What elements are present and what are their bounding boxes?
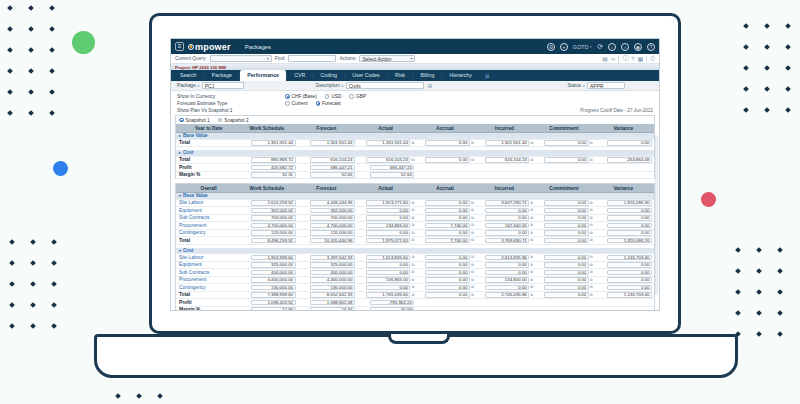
drilldown-icon[interactable]: ⧉ xyxy=(530,278,533,282)
currency-option-gbp[interactable]: GBP xyxy=(349,94,366,99)
drilldown-icon[interactable]: ⧉ xyxy=(590,208,593,212)
help-icon[interactable]: ? xyxy=(647,43,655,51)
more-tabs-icon[interactable]: ⇊ xyxy=(485,72,490,81)
tab-coding[interactable]: Coding xyxy=(314,70,344,81)
tab-user-codes[interactable]: User Codes xyxy=(345,70,386,81)
lookup-icon[interactable]: ⊞ xyxy=(428,83,432,89)
drilldown-icon[interactable]: ⧉ xyxy=(471,255,474,259)
find-input[interactable] xyxy=(288,55,336,62)
drilldown-icon[interactable]: ⧉ xyxy=(590,255,593,259)
column-header: Incurred xyxy=(476,184,535,192)
drilldown-icon[interactable]: ⧉ xyxy=(471,158,474,162)
info-icon[interactable]: ⓘ xyxy=(622,54,628,63)
deco-diamond xyxy=(30,323,36,329)
current-query-select[interactable]: ▾ xyxy=(210,55,272,62)
table-row-total: Total880,968.72616,104.24616,104.24⧉0.00… xyxy=(176,157,654,165)
drilldown-icon[interactable]: ⧉ xyxy=(530,231,533,235)
package-input[interactable]: PCJ xyxy=(202,82,244,89)
drilldown-icon[interactable]: ⧉ xyxy=(590,278,593,282)
tab-performance[interactable]: Performance xyxy=(240,70,286,81)
drilldown-icon[interactable]: ⧉ xyxy=(471,263,474,267)
help-icon[interactable]: ? xyxy=(631,56,634,62)
drilldown-icon[interactable]: ⧉ xyxy=(471,208,474,212)
tab-package[interactable]: Package xyxy=(205,70,239,81)
drilldown-icon[interactable]: ⧉ xyxy=(411,278,414,282)
drilldown-icon[interactable]: ⧉ xyxy=(411,263,414,267)
add-icon[interactable]: + xyxy=(560,43,568,51)
drilldown-icon[interactable]: ⧉ xyxy=(590,201,593,205)
drilldown-icon[interactable]: ⧉ xyxy=(530,201,533,205)
tab-risk[interactable]: Risk xyxy=(388,70,412,81)
drilldown-icon[interactable]: ⧉ xyxy=(411,285,414,289)
drilldown-icon[interactable]: ⧉ xyxy=(590,141,593,145)
drilldown-icon[interactable]: ⧉ xyxy=(530,223,533,227)
estimate-option-current[interactable]: Current xyxy=(285,101,308,106)
drilldown-icon[interactable]: ⧉ xyxy=(471,223,474,227)
drilldown-icon[interactable]: ⧉ xyxy=(590,216,593,220)
drilldown-icon[interactable]: ⧉ xyxy=(471,231,474,235)
currency-option-usd[interactable]: USD xyxy=(325,94,342,99)
drilldown-icon[interactable]: ⧉ xyxy=(590,223,593,227)
drilldown-icon[interactable]: ⧉ xyxy=(530,208,533,212)
record-icon[interactable]: ◉ xyxy=(634,43,642,51)
drilldown-icon[interactable]: ⧉ xyxy=(471,141,474,145)
drilldown-icon[interactable]: ⧉ xyxy=(530,263,533,267)
drilldown-icon[interactable]: ⧉ xyxy=(590,270,593,274)
drilldown-icon[interactable]: ⧉ xyxy=(530,141,533,145)
back-icon[interactable]: ‹ xyxy=(608,43,616,51)
description-input[interactable]: Civils xyxy=(346,82,424,89)
drilldown-icon[interactable]: ⧉ xyxy=(530,158,533,162)
tab-billing[interactable]: Billing xyxy=(413,70,441,81)
drilldown-icon[interactable]: ⧉ xyxy=(471,238,474,242)
drilldown-icon[interactable]: ⧉ xyxy=(411,223,414,227)
drilldown-icon[interactable]: ⧉ xyxy=(590,263,593,267)
currency-option-chf-base-[interactable]: CHF (Base) xyxy=(285,94,317,99)
link-icon[interactable]: ∞ xyxy=(611,56,615,62)
snapshot-option-snapshot-1[interactable]: Snapshot 1 xyxy=(179,118,210,123)
estimate-option-forecast[interactable]: Forecast xyxy=(316,101,341,106)
drilldown-icon[interactable]: ⧉ xyxy=(411,293,414,297)
goto-dropdown[interactable]: GOTO▾ xyxy=(573,44,592,50)
actions-select[interactable]: Select Action▾ xyxy=(359,55,415,62)
drilldown-icon[interactable]: ⧉ xyxy=(411,255,414,259)
vertical-scrollbar[interactable] xyxy=(655,135,658,295)
drilldown-icon[interactable]: ⧉ xyxy=(590,158,593,162)
drilldown-icon[interactable]: ⧉ xyxy=(530,216,533,220)
drilldown-icon[interactable]: ⧉ xyxy=(590,293,593,297)
drilldown-icon[interactable]: ⧉ xyxy=(530,255,533,259)
drilldown-icon[interactable]: ⧉ xyxy=(530,270,533,274)
drilldown-icon[interactable]: ⧉ xyxy=(530,293,533,297)
drilldown-icon[interactable]: ⧉ xyxy=(411,231,414,235)
drilldown-icon[interactable]: ⧉ xyxy=(411,158,414,162)
forward-icon[interactable]: › xyxy=(621,43,629,51)
drilldown-icon[interactable]: ⧉ xyxy=(471,270,474,274)
drilldown-icon[interactable]: ⧉ xyxy=(471,293,474,297)
drilldown-icon[interactable]: ⧉ xyxy=(471,278,474,282)
menu-icon[interactable]: ≡ xyxy=(175,42,184,51)
drilldown-icon[interactable]: ⧉ xyxy=(471,201,474,205)
drilldown-icon[interactable]: ⧉ xyxy=(590,285,593,289)
refresh-icon[interactable]: ⟳ xyxy=(597,43,603,51)
drilldown-icon[interactable]: ⧉ xyxy=(530,238,533,242)
print-icon[interactable]: ⎙ xyxy=(650,55,655,62)
snapshot-option-snapshot-2[interactable]: Snapshot 2 xyxy=(218,118,249,123)
drilldown-icon[interactable]: ⧉ xyxy=(411,216,414,220)
status-input[interactable]: APPR xyxy=(587,82,625,89)
drilldown-icon[interactable]: ⧉ xyxy=(590,231,593,235)
drilldown-icon[interactable]: ⧉ xyxy=(590,238,593,242)
new-document-icon[interactable]: ▤ xyxy=(602,55,608,62)
settings-icon[interactable]: ⚙ xyxy=(547,43,555,51)
tab-hierarchy[interactable]: Hierarchy xyxy=(443,70,479,81)
drilldown-icon[interactable]: ⧉ xyxy=(471,285,474,289)
project-name: Project: HP 2030 120 MW xyxy=(175,65,226,70)
tab-search[interactable]: Search xyxy=(173,70,203,81)
drilldown-icon[interactable]: ⧉ xyxy=(411,201,414,205)
window-icon[interactable]: ▦ xyxy=(638,55,644,62)
drilldown-icon[interactable]: ⧉ xyxy=(411,141,414,145)
drilldown-icon[interactable]: ⧉ xyxy=(530,285,533,289)
drilldown-icon[interactable]: ⧉ xyxy=(411,270,414,274)
drilldown-icon[interactable]: ⧉ xyxy=(471,216,474,220)
tab-cvr[interactable]: CVR xyxy=(287,70,312,81)
drilldown-icon[interactable]: ⧉ xyxy=(411,208,414,212)
drilldown-icon[interactable]: ⧉ xyxy=(411,238,414,242)
